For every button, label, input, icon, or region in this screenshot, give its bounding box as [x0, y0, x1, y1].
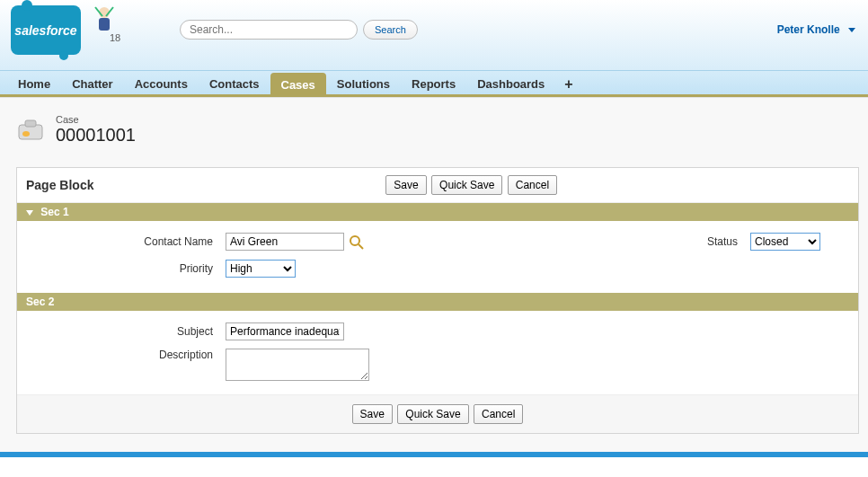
case-icon [16, 118, 47, 143]
tab-reports[interactable]: Reports [401, 71, 466, 94]
tab-home[interactable]: Home [7, 71, 61, 94]
tab-contacts[interactable]: Contacts [199, 71, 270, 94]
section-title: Sec 1 [40, 206, 68, 218]
global-header: salesforce 18 Search Peter Knolle [0, 0, 868, 70]
subject-input[interactable] [226, 322, 344, 340]
tab-chatter[interactable]: Chatter [61, 71, 124, 94]
collapse-icon [26, 210, 33, 216]
section-body-sec1: Contact Name Status Closed Priority [17, 221, 858, 293]
svg-line-8 [359, 244, 363, 249]
page-block-buttons-top: Save Quick Save Cancel [93, 175, 849, 195]
contact-name-input[interactable] [226, 233, 344, 251]
svg-rect-5 [25, 120, 36, 127]
svg-point-7 [350, 236, 359, 245]
contact-name-label: Contact Name [17, 235, 226, 248]
priority-label: Priority [17, 262, 226, 275]
tab-dashboards[interactable]: Dashboards [466, 71, 555, 94]
salesforce-logo: salesforce [11, 5, 81, 55]
cancel-button[interactable]: Cancel [508, 175, 557, 195]
global-search: Search [180, 20, 418, 40]
page-body: Case 00001001 Page Block Save Quick Save… [0, 97, 868, 452]
save-button[interactable]: Save [385, 175, 426, 195]
footer-edge [0, 452, 868, 457]
record-title: 00001001 [56, 125, 136, 146]
subject-label: Subject [17, 325, 226, 338]
section-header-sec2: Sec 2 [17, 293, 858, 311]
status-label: Status [531, 235, 750, 248]
section-header-sec1[interactable]: Sec 1 [17, 203, 858, 221]
quick-save-button-bottom[interactable]: Quick Save [397, 404, 468, 424]
priority-select[interactable]: High [226, 260, 296, 278]
description-label: Description [17, 349, 226, 361]
lookup-icon[interactable] [349, 234, 365, 251]
status-select[interactable]: Closed [750, 233, 820, 251]
svg-rect-1 [99, 18, 110, 31]
page-block: Page Block Save Quick Save Cancel Sec 1 … [16, 167, 859, 434]
description-textarea[interactable] [226, 349, 369, 381]
record-type: Case [56, 114, 136, 125]
page-block-title: Page Block [26, 178, 93, 192]
chevron-down-icon [848, 28, 855, 32]
tab-solutions[interactable]: Solutions [326, 71, 401, 94]
app-tabs: Home Chatter Accounts Contacts Cases Sol… [0, 70, 868, 97]
tab-cases[interactable]: Cases [270, 73, 326, 94]
cancel-button-bottom[interactable]: Cancel [474, 404, 523, 424]
search-input[interactable] [180, 20, 358, 40]
svg-point-6 [22, 131, 30, 137]
user-name: Peter Knolle [777, 23, 840, 36]
quick-save-button[interactable]: Quick Save [431, 175, 502, 195]
save-button-bottom[interactable]: Save [352, 404, 393, 424]
tab-add[interactable]: + [555, 71, 581, 94]
section-body-sec2: Subject Description [17, 311, 858, 394]
mascot-badge: 18 [110, 32, 120, 43]
page-block-buttons-bottom: Save Quick Save Cancel [17, 394, 858, 433]
search-button[interactable]: Search [363, 20, 418, 40]
tab-accounts[interactable]: Accounts [124, 71, 199, 94]
user-menu[interactable]: Peter Knolle [777, 23, 855, 36]
mascot-icon [90, 4, 119, 36]
page-block-header: Page Block Save Quick Save Cancel [17, 168, 858, 203]
record-header: Case 00001001 [16, 114, 859, 146]
section-title: Sec 2 [26, 296, 54, 308]
